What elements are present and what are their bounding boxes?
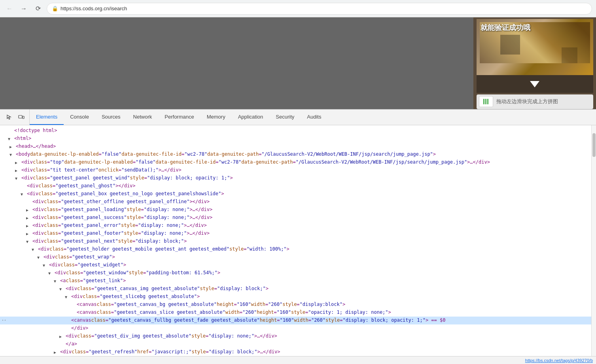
lock-icon: 🔒 (52, 6, 58, 11)
expand-2[interactable] (8, 136, 13, 141)
expand-27[interactable] (59, 334, 65, 339)
scrollbar[interactable] (591, 125, 596, 356)
expand-7[interactable] (15, 175, 21, 181)
expand-13[interactable] (26, 223, 32, 228)
tab-network[interactable]: Network (127, 109, 159, 125)
url-text: https://ss.cods.org.cn/isearch (61, 6, 127, 11)
expand-23 (70, 302, 76, 307)
code-line-4[interactable]: <body data-genuitec-lp-enabled="false" d… (0, 151, 591, 158)
expand-15[interactable] (26, 239, 32, 244)
inspect-element-button[interactable] (4, 112, 15, 123)
code-line-13[interactable]: <div class="geetest_panel_error" style="… (0, 222, 591, 230)
code-line-29[interactable]: <div class="geetest_refresh" href="javas… (0, 348, 591, 356)
tab-elements[interactable]: Elements (30, 109, 64, 125)
code-line-25[interactable]: ·· <canvas class="geetest_canvas_fullbg … (0, 317, 591, 324)
code-line-17[interactable]: <div class="geetest_wrap"> (0, 253, 591, 261)
captcha-overlay: 就能验证成功哦 拖动左边滑块完成上方拼图 (473, 17, 596, 109)
expand-3[interactable] (9, 144, 15, 149)
down-arrow-icon (530, 81, 539, 87)
expand-14[interactable] (26, 231, 32, 236)
expand-26 (65, 326, 70, 331)
code-line-16[interactable]: <div class="geetest_holder geetest_mobil… (0, 245, 591, 253)
expand-18[interactable] (43, 262, 48, 268)
code-line-8[interactable]: <div class="geetest_panel_ghost"></div> (0, 182, 591, 190)
expand-11[interactable] (26, 207, 32, 213)
tab-security[interactable]: Security (269, 109, 301, 125)
scrollbar-thumb[interactable] (592, 133, 596, 157)
devtools-icon-group (2, 109, 30, 125)
code-line-2[interactable]: <html> (0, 135, 591, 143)
expand-20[interactable] (54, 278, 59, 284)
handle-bar-3 (487, 99, 488, 104)
code-line-5[interactable]: <div class="top" data-genuitec-lp-enable… (0, 158, 591, 166)
tab-memory[interactable]: Memory (201, 109, 232, 125)
expand-29[interactable] (54, 349, 59, 355)
code-line-11[interactable]: <div class="geetest_panel_loading" style… (0, 206, 591, 214)
code-line-18[interactable]: <div class="geetest_widget"> (0, 261, 591, 269)
code-line-1[interactable]: <!doctype html> (0, 127, 591, 135)
tab-audits[interactable]: Audits (301, 109, 327, 125)
code-line-14[interactable]: <div class="geetest_panel_footer" style=… (0, 230, 591, 238)
html-tag-open: <html> (14, 135, 31, 142)
expand-8 (21, 183, 26, 189)
handle-bar-1 (483, 99, 484, 104)
code-line-19[interactable]: <div class="geetest_window" style="paddi… (0, 269, 591, 277)
dom-current-indicator: ·· (2, 317, 6, 324)
devtools-panel: Elements Console Sources Network Perform… (0, 109, 596, 364)
code-line-27[interactable]: <div class="geetest_div_img geetest_abso… (0, 332, 591, 340)
code-line-6[interactable]: <div class="tit text-center" onclick="se… (0, 166, 591, 174)
expand-21[interactable] (59, 286, 65, 292)
tab-sources[interactable]: Sources (95, 109, 127, 125)
expand-12[interactable] (26, 215, 32, 221)
reload-button[interactable]: ⟳ (32, 3, 44, 14)
code-line-24[interactable]: <canvas class="geetest_canvas_slice geet… (0, 309, 591, 317)
page-content: 就能验证成功哦 拖动左边滑块完成上方拼图 (0, 17, 596, 109)
address-bar[interactable]: 🔒 https://ss.cods.org.cn/isearch (47, 3, 592, 15)
expand-6[interactable] (15, 168, 21, 173)
code-line-9[interactable]: <div class="geetest_panel_box geetest_no… (0, 190, 591, 198)
back-button[interactable]: ← (4, 3, 15, 14)
expand-25 (65, 318, 70, 323)
tab-performance[interactable]: Performance (158, 109, 200, 125)
devtools-toolbar: Elements Console Sources Network Perform… (0, 109, 596, 125)
code-line-12[interactable]: <div class="geetest_panel_success" style… (0, 214, 591, 222)
code-line-15[interactable]: <div class="geetest_panel_next" style="d… (0, 238, 591, 245)
code-line-7[interactable]: <div class="geetest_panel geetest_wind" … (0, 174, 591, 182)
svg-rect-0 (19, 115, 22, 118)
devtools-content: <!doctype html> <html> <head>…</head> <b… (0, 125, 596, 356)
handle-bar-2 (485, 99, 486, 104)
expand-16[interactable] (32, 247, 37, 252)
status-link[interactable]: https://bs.csdn.net/tags/p/439270/b (525, 358, 593, 363)
svg-rect-1 (23, 116, 24, 119)
expand-10 (26, 199, 32, 205)
code-line-26[interactable]: </div> (0, 324, 591, 332)
code-line-10[interactable]: <div class="geetest_other_offline geetes… (0, 198, 591, 206)
code-line-3[interactable]: <head>…</head> (0, 143, 591, 151)
code-line-21[interactable]: <div class="geetest_canvas_img geetest_a… (0, 285, 591, 293)
doctype-tag: <!doctype html> (14, 127, 57, 134)
html-tree-panel[interactable]: <!doctype html> <html> <head>…</head> <b… (0, 125, 591, 356)
code-line-20[interactable]: <a class="geetest_link"> (0, 277, 591, 285)
expand-5[interactable] (15, 160, 21, 165)
tab-application[interactable]: Application (232, 109, 270, 125)
devtools-statusbar: https://bs.csdn.net/tags/p/439270/b (0, 356, 596, 364)
code-line-22[interactable]: <div class="geetest_slicebg geetest_abso… (0, 293, 591, 301)
slider-handle[interactable] (479, 96, 493, 107)
forward-button[interactable]: → (18, 3, 29, 14)
expand-4[interactable] (9, 152, 15, 157)
expand-9[interactable] (21, 191, 26, 197)
captcha-text: 就能验证成功哦 (481, 23, 530, 32)
code-line-23[interactable]: <canvas class="geetest_canvas_bg geetest… (0, 301, 591, 309)
slider-area[interactable]: 拖动左边滑块完成上方拼图 (477, 94, 593, 109)
expand-24 (70, 310, 76, 315)
expand-19[interactable] (48, 270, 54, 276)
browser-chrome: ← → ⟳ 🔒 https://ss.cods.org.cn/isearch (0, 0, 596, 17)
device-toggle-button[interactable] (16, 112, 27, 123)
expand-17[interactable] (37, 255, 43, 260)
captcha-image: 就能验证成功哦 (477, 19, 593, 75)
expand-22[interactable] (65, 294, 70, 300)
tab-console[interactable]: Console (64, 109, 95, 125)
code-line-28[interactable]: </a> (0, 340, 591, 348)
slider-instruction-text: 拖动左边滑块完成上方拼图 (496, 98, 558, 105)
expand-1 (8, 128, 13, 134)
